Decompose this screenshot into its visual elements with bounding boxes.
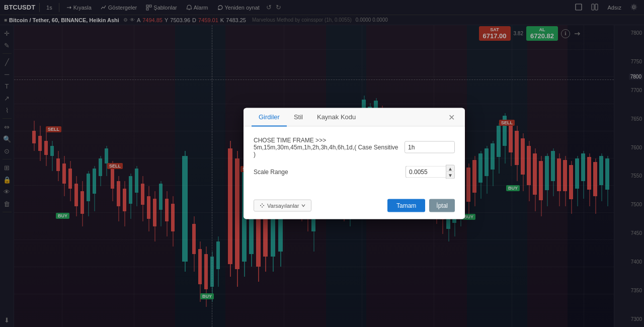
timeframe-input[interactable]	[405, 141, 455, 153]
scale-range-spinner: ▲ ▼	[406, 165, 455, 179]
scale-range-input[interactable]	[406, 166, 446, 178]
timeframe-field-label: CHOSE TIME FRAME >>> 5m,15m,30m,45m,1h,2…	[254, 137, 399, 158]
tab-source[interactable]: Kaynak Kodu	[310, 108, 363, 127]
scale-range-label: Scale Range	[254, 169, 400, 176]
modal-tabs: Girdiler Stil Kaynak Kodu ✕	[244, 108, 465, 127]
cancel-button[interactable]: İptal	[429, 199, 455, 212]
defaults-icon	[259, 203, 265, 209]
modal-close-btn[interactable]: ✕	[446, 108, 457, 126]
spinner-down-btn[interactable]: ▼	[446, 172, 455, 179]
footer-actions: Tamam İptal	[387, 199, 455, 212]
timeframe-row: CHOSE TIME FRAME >>> 5m,15m,30m,45m,1h,2…	[254, 137, 455, 158]
tab-style[interactable]: Stil	[287, 108, 310, 127]
modal-dialog: Girdiler Stil Kaynak Kodu ✕ CHOSE TIME F…	[244, 108, 465, 219]
modal-overlay[interactable]: Girdiler Stil Kaynak Kodu ✕ CHOSE TIME F…	[0, 0, 644, 327]
spinner-up-btn[interactable]: ▲	[446, 165, 455, 172]
scale-range-row: Scale Range ▲ ▼	[254, 165, 455, 179]
ok-button[interactable]: Tamam	[387, 199, 425, 212]
tab-inputs[interactable]: Girdiler	[252, 108, 287, 127]
modal-footer: Varsayılanlar Tamam İptal	[244, 194, 465, 219]
modal-body: CHOSE TIME FRAME >>> 5m,15m,30m,45m,1h,2…	[244, 127, 465, 194]
dropdown-arrow-icon	[301, 203, 306, 208]
defaults-btn[interactable]: Varsayılanlar	[254, 200, 311, 212]
